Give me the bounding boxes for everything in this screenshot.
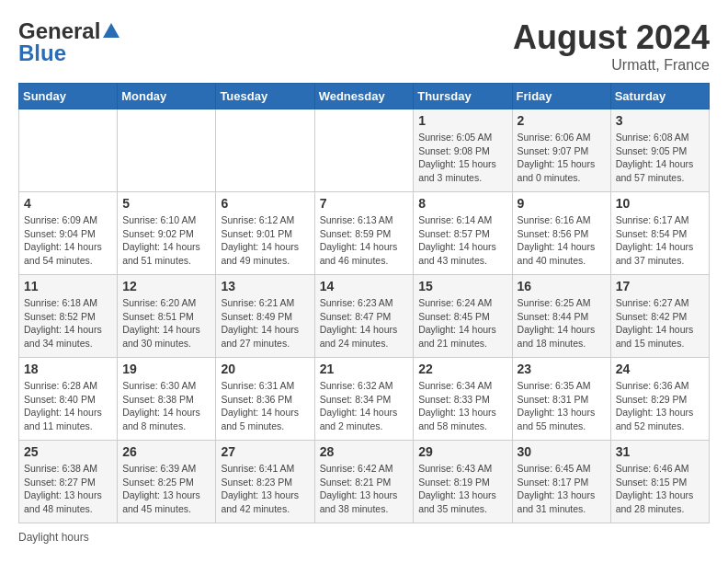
- day-info: Sunrise: 6:20 AM Sunset: 8:51 PM Dayligh…: [122, 296, 210, 350]
- day-info: Sunrise: 6:28 AM Sunset: 8:40 PM Dayligh…: [24, 379, 112, 433]
- page-header: General Blue August 2024 Urmatt, France: [18, 18, 710, 74]
- day-info: Sunrise: 6:05 AM Sunset: 9:08 PM Dayligh…: [418, 131, 506, 185]
- day-info: Sunrise: 6:43 AM Sunset: 8:19 PM Dayligh…: [418, 462, 506, 516]
- calendar-cell: 30Sunrise: 6:45 AM Sunset: 8:17 PM Dayli…: [512, 441, 610, 523]
- calendar-cell: 28Sunrise: 6:42 AM Sunset: 8:21 PM Dayli…: [314, 441, 414, 523]
- calendar-cell: 27Sunrise: 6:41 AM Sunset: 8:23 PM Dayli…: [216, 441, 314, 523]
- calendar-day-header: Monday: [118, 84, 216, 109]
- calendar-cell: [118, 109, 216, 192]
- day-number: 12: [122, 279, 210, 293]
- day-info: Sunrise: 6:17 AM Sunset: 8:54 PM Dayligh…: [616, 213, 704, 268]
- day-number: 23: [518, 362, 606, 376]
- calendar-cell: 8Sunrise: 6:14 AM Sunset: 8:57 PM Daylig…: [414, 192, 512, 275]
- calendar-cell: 6Sunrise: 6:12 AM Sunset: 9:01 PM Daylig…: [216, 192, 314, 275]
- day-number: 6: [221, 196, 309, 211]
- day-number: 16: [518, 279, 606, 293]
- day-info: Sunrise: 6:30 AM Sunset: 8:38 PM Dayligh…: [122, 379, 210, 433]
- day-info: Sunrise: 6:34 AM Sunset: 8:33 PM Dayligh…: [418, 379, 506, 433]
- calendar-week-row: 18Sunrise: 6:28 AM Sunset: 8:40 PM Dayli…: [19, 358, 710, 441]
- day-info: Sunrise: 6:38 AM Sunset: 8:27 PM Dayligh…: [24, 462, 112, 516]
- month-year: August 2024: [513, 18, 710, 57]
- day-info: Sunrise: 6:06 AM Sunset: 9:07 PM Dayligh…: [518, 131, 606, 185]
- day-number: 9: [518, 196, 606, 211]
- calendar-cell: 2Sunrise: 6:06 AM Sunset: 9:07 PM Daylig…: [512, 109, 610, 192]
- calendar-cell: 31Sunrise: 6:46 AM Sunset: 8:15 PM Dayli…: [610, 441, 709, 523]
- title-section: August 2024 Urmatt, France: [513, 18, 710, 74]
- logo-blue: Blue: [18, 40, 66, 66]
- day-number: 8: [418, 196, 506, 211]
- day-info: Sunrise: 6:21 AM Sunset: 8:49 PM Dayligh…: [221, 296, 309, 350]
- day-number: 2: [518, 113, 606, 128]
- day-info: Sunrise: 6:16 AM Sunset: 8:56 PM Dayligh…: [518, 213, 606, 268]
- day-number: 5: [122, 196, 210, 211]
- day-number: 7: [320, 196, 409, 211]
- calendar-cell: [216, 109, 314, 192]
- day-number: 24: [616, 362, 704, 376]
- day-number: 27: [221, 444, 309, 459]
- day-number: 25: [24, 444, 112, 459]
- calendar-cell: 24Sunrise: 6:36 AM Sunset: 8:29 PM Dayli…: [610, 358, 709, 441]
- day-info: Sunrise: 6:35 AM Sunset: 8:31 PM Dayligh…: [518, 379, 606, 433]
- calendar-cell: 11Sunrise: 6:18 AM Sunset: 8:52 PM Dayli…: [19, 275, 118, 358]
- calendar-day-header: Thursday: [414, 84, 512, 109]
- day-info: Sunrise: 6:10 AM Sunset: 9:02 PM Dayligh…: [122, 213, 210, 268]
- calendar-cell: 16Sunrise: 6:25 AM Sunset: 8:44 PM Dayli…: [512, 275, 610, 358]
- calendar-day-header: Tuesday: [216, 84, 314, 109]
- calendar-table: SundayMondayTuesdayWednesdayThursdayFrid…: [18, 83, 710, 523]
- day-number: 28: [320, 444, 409, 459]
- day-info: Sunrise: 6:24 AM Sunset: 8:45 PM Dayligh…: [418, 296, 506, 350]
- calendar-day-header: Sunday: [19, 84, 118, 109]
- calendar-day-header: Wednesday: [314, 84, 414, 109]
- day-info: Sunrise: 6:45 AM Sunset: 8:17 PM Dayligh…: [518, 462, 606, 516]
- calendar-cell: 21Sunrise: 6:32 AM Sunset: 8:34 PM Dayli…: [314, 358, 414, 441]
- calendar-cell: 1Sunrise: 6:05 AM Sunset: 9:08 PM Daylig…: [414, 109, 512, 192]
- calendar-cell: 15Sunrise: 6:24 AM Sunset: 8:45 PM Dayli…: [414, 275, 512, 358]
- calendar-cell: 14Sunrise: 6:23 AM Sunset: 8:47 PM Dayli…: [314, 275, 414, 358]
- calendar-cell: 12Sunrise: 6:20 AM Sunset: 8:51 PM Dayli…: [118, 275, 216, 358]
- calendar-cell: 23Sunrise: 6:35 AM Sunset: 8:31 PM Dayli…: [512, 358, 610, 441]
- day-info: Sunrise: 6:18 AM Sunset: 8:52 PM Dayligh…: [24, 296, 112, 350]
- day-number: 10: [616, 196, 704, 211]
- day-info: Sunrise: 6:13 AM Sunset: 8:59 PM Dayligh…: [320, 213, 409, 268]
- day-info: Sunrise: 6:27 AM Sunset: 8:42 PM Dayligh…: [616, 296, 704, 350]
- day-number: 13: [221, 279, 309, 293]
- calendar-week-row: 11Sunrise: 6:18 AM Sunset: 8:52 PM Dayli…: [19, 275, 710, 358]
- calendar-cell: 20Sunrise: 6:31 AM Sunset: 8:36 PM Dayli…: [216, 358, 314, 441]
- calendar-cell: 13Sunrise: 6:21 AM Sunset: 8:49 PM Dayli…: [216, 275, 314, 358]
- day-info: Sunrise: 6:39 AM Sunset: 8:25 PM Dayligh…: [122, 462, 210, 516]
- calendar-week-row: 25Sunrise: 6:38 AM Sunset: 8:27 PM Dayli…: [19, 441, 710, 523]
- day-info: Sunrise: 6:46 AM Sunset: 8:15 PM Dayligh…: [616, 462, 704, 516]
- day-number: 3: [616, 113, 704, 128]
- day-info: Sunrise: 6:31 AM Sunset: 8:36 PM Dayligh…: [221, 379, 309, 433]
- calendar-cell: [19, 109, 118, 192]
- day-info: Sunrise: 6:08 AM Sunset: 9:05 PM Dayligh…: [616, 131, 704, 185]
- calendar-week-row: 4Sunrise: 6:09 AM Sunset: 9:04 PM Daylig…: [19, 192, 710, 275]
- calendar-cell: 4Sunrise: 6:09 AM Sunset: 9:04 PM Daylig…: [19, 192, 118, 275]
- day-number: 11: [24, 279, 112, 293]
- calendar-day-header: Saturday: [610, 84, 709, 109]
- day-info: Sunrise: 6:25 AM Sunset: 8:44 PM Dayligh…: [518, 296, 606, 350]
- day-number: 22: [418, 362, 506, 376]
- day-info: Sunrise: 6:12 AM Sunset: 9:01 PM Dayligh…: [221, 213, 309, 268]
- day-number: 30: [518, 444, 606, 459]
- day-info: Sunrise: 6:23 AM Sunset: 8:47 PM Dayligh…: [320, 296, 409, 350]
- calendar-cell: 29Sunrise: 6:43 AM Sunset: 8:19 PM Dayli…: [414, 441, 512, 523]
- calendar-cell: 9Sunrise: 6:16 AM Sunset: 8:56 PM Daylig…: [512, 192, 610, 275]
- footer-note: Daylight hours: [18, 531, 710, 544]
- calendar-cell: 5Sunrise: 6:10 AM Sunset: 9:02 PM Daylig…: [118, 192, 216, 275]
- day-number: 31: [616, 444, 704, 459]
- day-info: Sunrise: 6:32 AM Sunset: 8:34 PM Dayligh…: [320, 379, 409, 433]
- calendar-cell: 19Sunrise: 6:30 AM Sunset: 8:38 PM Dayli…: [118, 358, 216, 441]
- day-info: Sunrise: 6:41 AM Sunset: 8:23 PM Dayligh…: [221, 462, 309, 516]
- calendar-cell: 10Sunrise: 6:17 AM Sunset: 8:54 PM Dayli…: [610, 192, 709, 275]
- day-number: 20: [221, 362, 309, 376]
- calendar-cell: 25Sunrise: 6:38 AM Sunset: 8:27 PM Dayli…: [19, 441, 118, 523]
- day-number: 15: [418, 279, 506, 293]
- logo-icon: [101, 21, 121, 41]
- calendar-cell: [314, 109, 414, 192]
- day-number: 29: [418, 444, 506, 459]
- calendar-day-header: Friday: [512, 84, 610, 109]
- calendar-week-row: 1Sunrise: 6:05 AM Sunset: 9:08 PM Daylig…: [19, 109, 710, 192]
- location: Urmatt, France: [513, 57, 710, 74]
- calendar-cell: 26Sunrise: 6:39 AM Sunset: 8:25 PM Dayli…: [118, 441, 216, 523]
